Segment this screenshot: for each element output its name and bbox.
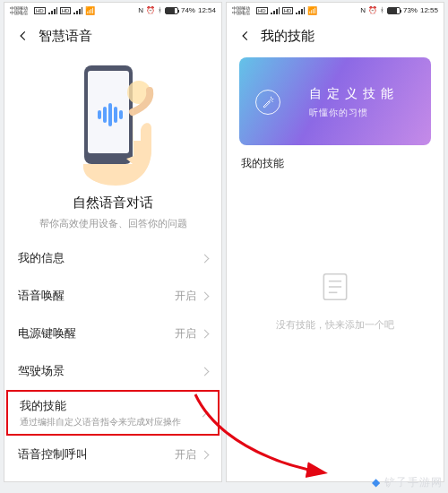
watermark: ◆铲子手游网 [372,475,443,490]
title-row: 我的技能 [227,18,444,54]
label: 语音控制呼叫 [18,446,88,463]
svg-rect-2 [98,110,101,119]
battery-icon [387,7,401,14]
section-label: 我的技能 [241,156,429,171]
chevron-right-icon [201,291,210,300]
hd1-icon: HD [34,7,46,14]
banner-sub: 听懂你的习惯 [309,107,368,119]
back-button[interactable] [13,26,33,46]
status-bar: 中国移动 中国电信 HD HD 📶 N ⏰ ᚼ 74% 12:54 [4,3,221,18]
illustration [4,54,221,193]
back-arrow-icon [17,30,30,42]
wifi-icon: 📶 [307,6,317,15]
signal1-icon [271,7,280,14]
clock: 12:55 [420,6,438,14]
row-power-wake[interactable]: 电源键唤醒 开启 [4,315,221,352]
banner-title: 自定义技能 [309,86,399,102]
alarm-icon: ⏰ [368,6,377,14]
chevron-right-icon [201,329,210,338]
wifi-icon: 📶 [85,6,95,15]
value: 开启 [175,448,196,462]
status-bar: 中国移动 中国电信 HD HD 📶 N ⏰ ᚼ 73% 12:55 [227,3,444,18]
phone-right: 中国移动 中国电信 HD HD 📶 N ⏰ ᚼ 73% 12:55 [226,2,444,482]
carrier1: 中国移动 [10,6,28,11]
alarm-icon: ⏰ [146,6,155,14]
settings-list: 我的信息 语音唤醒 开启 电源键唤醒 开启 驾驶场景 我的技能 通过编排自定义语… [4,239,221,473]
sublabel: 通过编排自定义语音指令来完成对应操作 [20,417,181,428]
empty-list-icon [227,270,444,307]
battery-icon [165,7,178,14]
svg-rect-5 [114,107,117,123]
hd1-icon: HD [256,7,268,14]
empty-state: 没有技能，快来添加一个吧 [227,270,444,332]
hand-phone-icon [46,58,180,188]
svg-rect-6 [119,110,123,119]
label: 我的技能 [20,398,181,414]
phone-left: 中国移动 中国电信 HD HD 📶 N ⏰ ᚼ 74% 12:54 [4,2,222,482]
custom-skill-banner[interactable]: 自定义技能 听懂你的习惯 [239,57,431,145]
status-right: N ⏰ ᚼ 74% 12:54 [138,6,216,14]
row-my-skills[interactable]: 我的技能 通过编排自定义语音指令来完成对应操作 [6,390,220,436]
chevron-right-icon [201,367,210,376]
label: 电源键唤醒 [18,325,76,342]
watermark-logo-icon: ◆ [372,476,381,489]
nfc-icon: N [360,6,366,14]
carrier2: 中国电信 [10,11,28,15]
carrier-labels: 中国移动 中国电信 [10,6,28,15]
value: 开启 [175,327,196,341]
label: 我的信息 [18,250,65,266]
magic-wand-icon [255,90,280,115]
svg-rect-3 [103,107,107,123]
row-driving[interactable]: 驾驶场景 [4,352,221,390]
status-left: 中国移动 中国电信 HD HD 📶 [232,5,317,16]
clock: 12:54 [198,6,216,14]
chevron-right-icon [201,254,210,263]
status-right: N ⏰ ᚼ 73% 12:55 [360,6,438,14]
row-my-info[interactable]: 我的信息 [4,239,221,277]
label: 语音唤醒 [18,288,65,304]
carrier1: 中国移动 [232,6,250,11]
subline: 帮你高效使用设备、回答你的问题 [4,218,221,230]
battery-pct: 74% [181,6,195,14]
headline: 自然语音对话 [4,195,221,212]
chevron-right-icon [201,450,210,459]
row-voice-call[interactable]: 语音控制呼叫 开启 [4,436,221,473]
signal1-icon [48,7,57,14]
signal2-icon [73,7,82,14]
hd2-icon: HD [282,7,294,14]
hd2-icon: HD [60,7,72,14]
signal2-icon [296,7,305,14]
carrier-labels: 中国移动 中国电信 [232,6,250,15]
nfc-icon: N [138,6,143,14]
status-left: 中国移动 中国电信 HD HD 📶 [10,5,95,16]
carrier2: 中国电信 [232,11,250,15]
bluetooth-icon: ᚼ [380,6,384,14]
label: 驾驶场景 [18,363,65,379]
title-row: 智慧语音 [4,18,221,54]
back-button[interactable] [236,26,255,46]
battery-pct: 73% [403,6,418,14]
chevron-right-icon [199,409,208,418]
watermark-text: 铲子手游网 [384,476,443,489]
svg-rect-4 [108,103,112,126]
bluetooth-icon: ᚼ [158,6,162,14]
page-title: 我的技能 [261,28,314,45]
row-voice-wake[interactable]: 语音唤醒 开启 [4,277,221,315]
page-title: 智慧语音 [39,28,92,45]
stage: 中国移动 中国电信 HD HD 📶 N ⏰ ᚼ 74% 12:54 [0,0,448,493]
empty-text: 没有技能，快来添加一个吧 [227,318,444,332]
back-arrow-icon [239,30,252,42]
value: 开启 [175,290,196,303]
